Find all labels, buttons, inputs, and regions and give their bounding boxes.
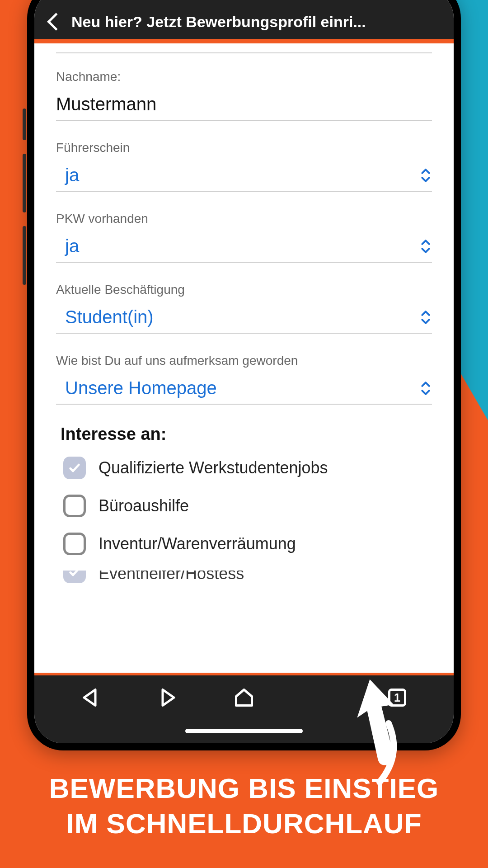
home-icon[interactable]: [233, 686, 255, 709]
browser-bottom-nav: 1: [34, 675, 454, 743]
car-value: ja: [56, 236, 79, 256]
interest-option-label: Büroaushilfe: [99, 496, 189, 515]
home-indicator: [185, 729, 303, 733]
form-content: Nachname: Mustermann Führerschein ja PKW…: [34, 43, 454, 675]
referral-label: Wie bist Du auf uns aufmerksam geworden: [56, 354, 432, 368]
promo-background: Neu hier? Jetzt Bewerbungsprofil einri..…: [0, 0, 488, 868]
prev-field-divider: [56, 52, 432, 53]
lastname-input[interactable]: Mustermann: [56, 92, 432, 121]
nav-forward-icon[interactable]: [156, 686, 178, 709]
caption-line-1: BEWERBUNG BIS EINSTIEG: [0, 771, 488, 806]
lastname-label: Nachname:: [56, 70, 432, 84]
accent-strip: [34, 39, 454, 43]
promo-caption: BEWERBUNG BIS EINSTIEG IM SCHNELLDURCHLA…: [0, 771, 488, 841]
chevron-updown-icon: [419, 238, 432, 255]
referral-value: Unsere Homepage: [56, 378, 217, 398]
license-value: ja: [56, 165, 79, 185]
interest-option[interactable]: Qualifizierte Werkstudentenjobs: [56, 457, 432, 479]
employment-select[interactable]: Student(in): [56, 305, 432, 334]
phone-side-button: [23, 108, 26, 140]
app-header: Neu hier? Jetzt Bewerbungsprofil einri..…: [34, 0, 454, 39]
phone-frame: Neu hier? Jetzt Bewerbungsprofil einri..…: [27, 0, 461, 750]
checkbox-unchecked-icon[interactable]: [63, 495, 86, 517]
car-label: PKW vorhanden: [56, 212, 432, 226]
interest-option[interactable]: Eventhelfer/Hostess: [56, 571, 432, 584]
interest-option-label: Inventur/Warenverräumung: [99, 534, 296, 553]
chevron-updown-icon: [419, 309, 432, 326]
phone-screen: Neu hier? Jetzt Bewerbungsprofil einri..…: [34, 0, 454, 743]
chevron-updown-icon: [419, 380, 432, 396]
employment-value: Student(in): [56, 307, 154, 327]
license-label: Führerschein: [56, 141, 432, 155]
interest-option[interactable]: Inventur/Warenverräumung: [56, 533, 432, 555]
svg-marker-1: [163, 690, 174, 706]
interest-option-label: Eventhelfer/Hostess: [99, 571, 244, 583]
back-icon[interactable]: [47, 13, 65, 31]
interest-title: Interesse an:: [61, 425, 432, 444]
nav-spacer: [310, 686, 332, 709]
page-title: Neu hier? Jetzt Bewerbungsprofil einri..…: [71, 13, 443, 31]
phone-side-button: [23, 154, 26, 212]
phone-side-button: [23, 226, 26, 285]
car-select[interactable]: ja: [56, 234, 432, 263]
svg-text:1: 1: [394, 691, 400, 704]
checkbox-checked-icon[interactable]: [63, 457, 86, 479]
chevron-updown-icon: [419, 167, 432, 184]
referral-select[interactable]: Unsere Homepage: [56, 376, 432, 405]
tabs-icon[interactable]: 1: [386, 686, 408, 709]
checkbox-unchecked-icon[interactable]: [63, 533, 86, 555]
license-select[interactable]: ja: [56, 163, 432, 192]
nav-back-icon[interactable]: [80, 686, 102, 709]
interest-option[interactable]: Büroaushilfe: [56, 495, 432, 517]
interest-option-label: Qualifizierte Werkstudentenjobs: [99, 458, 328, 477]
svg-marker-0: [84, 690, 95, 706]
checkbox-checked-icon[interactable]: [63, 571, 86, 583]
caption-line-2: IM SCHNELLDURCHLAUF: [0, 806, 488, 841]
employment-label: Aktuelle Beschäftigung: [56, 283, 432, 297]
